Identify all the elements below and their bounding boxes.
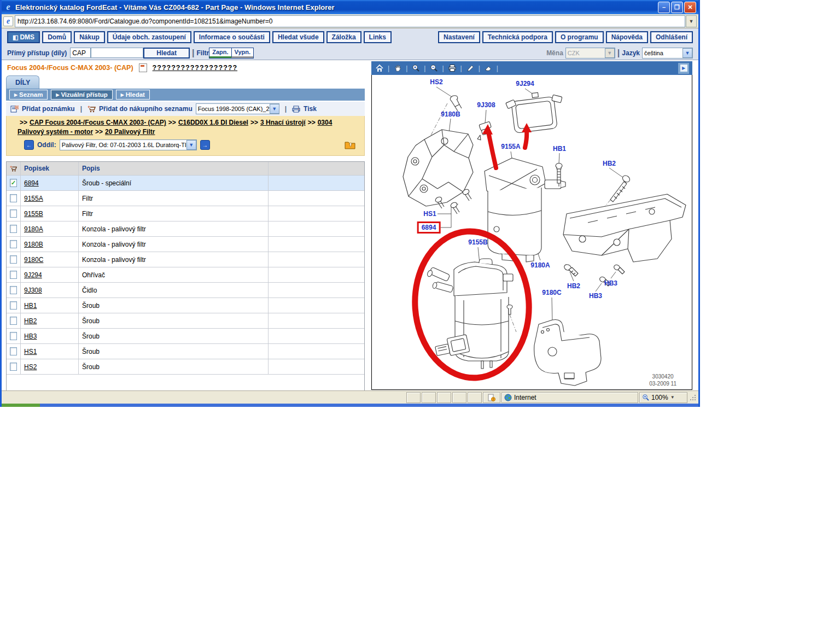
section-select[interactable]: Palivový Filtr, Od: 07-01-2003 1.6L Dura… [60,139,197,150]
home-icon[interactable] [375,63,384,73]
nav-nastaveni[interactable]: Nastavení [438,31,480,43]
part-link-hb3[interactable]: HB3 [24,332,37,340]
part-link-hs2[interactable]: HS2 [24,363,37,371]
part-link-9j308[interactable]: 9J308 [24,287,42,294]
add-note-link[interactable]: Přidat poznámku [22,105,75,113]
part-link-9j294[interactable]: 9J294 [24,271,42,279]
diagram-label-hs2[interactable]: HS2 [430,78,442,86]
folder-up-icon[interactable] [345,141,355,149]
diagram-label-9155a[interactable]: 9155A [501,143,520,150]
row-checkbox-hb3[interactable] [10,332,17,340]
code-field[interactable]: CAP [70,48,91,58]
row-checkbox-6894[interactable]: ✓ [10,179,17,187]
search-button[interactable]: Hledat [143,48,190,59]
language-select[interactable]: čeština▼ [642,48,693,59]
currency-select[interactable]: CZK▼ [565,48,615,59]
nav-domu[interactable]: Domů [42,31,72,43]
zoom-in-icon[interactable] [411,63,421,73]
diagram-label-9j308[interactable]: 9J308 [477,101,495,109]
diagram-label-hb3[interactable]: HB3 [604,279,617,287]
part-link-hs1[interactable]: HS1 [24,348,37,355]
view-vizualni-pristup[interactable]: Vizuální přístup [51,90,112,100]
part-link-9180a[interactable]: 9180A [24,225,43,233]
part-desc: Konzola - palivový filtr [79,252,269,267]
filter-off-button[interactable]: Vypn. [231,48,254,58]
tab-dily[interactable]: DÍLY [6,75,39,89]
breadcrumb-link-3-hnaci-ustroji[interactable]: 3 Hnací ústrojí [260,119,306,126]
nav-zalozka[interactable]: Záložka [326,31,361,43]
add-to-shopping-list-link[interactable]: Přidat do nákupního seznamu [99,105,192,113]
diagram-label-hb2[interactable]: HB2 [567,282,580,290]
print-icon [292,106,300,113]
close-button[interactable]: ✕ [684,2,696,13]
prev-section-button[interactable]: ← [24,140,34,150]
diagram-label-9j294[interactable]: 9J294 [516,80,534,88]
breadcrumb-link-cap-focus-2004-focus-c-max-200[interactable]: CAP Focus 2004-/Focus C-MAX 2003- (CAP) [30,119,166,126]
shopping-list-select[interactable]: Focus 1998-2005 (CAK)_2▼ [196,103,279,114]
resize-grip[interactable] [690,394,696,401]
row-checkbox-9155a[interactable] [10,194,17,202]
row-checkbox-hb2[interactable] [10,317,17,325]
nav-hledat-vsude[interactable]: Hledat všude [272,31,324,43]
part-link-hb1[interactable]: HB1 [24,302,37,310]
view-seznam[interactable]: Seznam [9,90,48,100]
diagram-label-9155b[interactable]: 9155B [468,238,487,246]
print-icon[interactable] [447,63,457,73]
row-checkbox-9180c[interactable] [10,255,17,264]
row-checkbox-9180b[interactable] [10,240,17,248]
diagram-label-9180a[interactable]: 9180A [530,261,550,269]
part-link-9155b[interactable]: 9155B [24,210,43,218]
diagram-label-hb3[interactable]: HB3 [589,292,602,300]
url-input[interactable]: http://213.168.74.69:8080/Ford/Catalogue… [15,15,685,27]
nav-links[interactable]: Links [364,31,392,43]
nav-udaje-obch-zastoupeni[interactable]: Údaje obch. zastoupení [107,31,191,43]
url-dropdown-button[interactable]: ▼ [686,15,697,27]
restore-button[interactable]: ❐ [671,2,683,13]
unknown-link[interactable]: ?????????????????? [153,64,237,72]
part-link-9180c[interactable]: 9180C [24,256,43,264]
breadcrumb-link-c16dd0x-1-6-di-diesel[interactable]: C16DD0X 1.6 DI Diesel [178,119,248,126]
eraser-icon[interactable] [483,63,493,73]
zoom-control[interactable]: 100% ▼ [639,392,687,403]
part-search-input[interactable] [91,48,143,58]
row-checkbox-hs1[interactable] [10,347,17,355]
diagram-label-9180b[interactable]: 9180B [441,110,460,118]
diagram-label-9180c[interactable]: 9180C [542,289,561,296]
direct-access-label: Přímý přístup (díly) [7,49,67,57]
row-checkbox-9j308[interactable] [10,286,17,294]
nav-technicka-podpora[interactable]: Technická podpora [482,31,553,43]
nav-nakup[interactable]: Nákup [74,31,105,43]
hand-icon[interactable] [393,63,402,73]
row-checkbox-hs2[interactable] [10,363,17,371]
breadcrumb-separator: >> [308,119,316,126]
nav-dms[interactable]: DMS [7,31,40,43]
collapse-panel-button[interactable]: ▶ [678,63,689,74]
nav-odhlaseni[interactable]: Odhlášení [650,31,693,43]
row-checkbox-9180a[interactable] [10,225,17,233]
nav-napoveda[interactable]: Nápověda [606,31,648,43]
print-link[interactable]: Tisk [304,105,317,113]
next-section-button[interactable]: → [200,140,210,150]
part-link-9155a[interactable]: 9155A [24,195,43,202]
row-checkbox-9j294[interactable] [10,271,17,279]
part-link-6894[interactable]: 6894 [24,179,39,187]
row-checkbox-hb1[interactable] [10,301,17,310]
nav-o-programu[interactable]: O programu [555,31,604,43]
part-desc: Filtr [79,206,269,221]
part-link-hb2[interactable]: HB2 [24,317,37,325]
diagram-label-hs1[interactable]: HS1 [423,210,436,218]
add-note-icon [10,106,19,113]
zoom-out-icon[interactable] [429,63,439,73]
nav-informace-o-soucasti[interactable]: Informace o součásti [194,31,270,43]
diagram-label-hb2[interactable]: HB2 [603,160,616,167]
diagram-label-hb1[interactable]: HB1 [553,145,566,153]
filter-on-button[interactable]: Zapn. [209,48,231,58]
minimize-button[interactable]: – [658,2,670,13]
breadcrumb-link-20-palivovy-filtr[interactable]: 20 Palivový Filtr [105,128,155,136]
pencil-icon[interactable] [465,63,475,73]
diagram-label-6894[interactable]: 6894 [417,221,441,234]
part-link-9180b[interactable]: 9180B [24,241,43,248]
row-checkbox-9155b[interactable] [10,209,17,218]
document-icon[interactable] [139,63,147,72]
view-hledat[interactable]: Hledat [116,90,150,100]
